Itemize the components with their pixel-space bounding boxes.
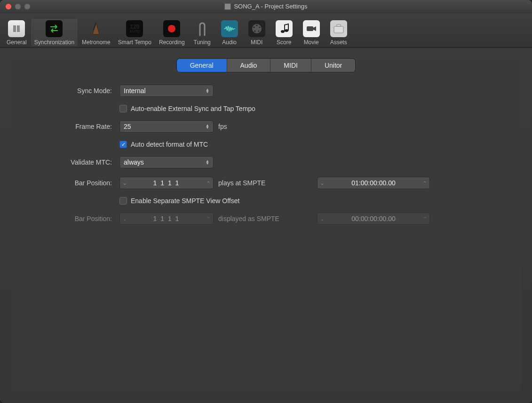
general-icon [8, 20, 25, 37]
svg-rect-1 [17, 25, 20, 32]
sync-mode-label: Sync Mode: [40, 87, 115, 95]
toolbar-label: MIDI [251, 39, 262, 46]
toolbar-item-tuning[interactable]: Tuning [189, 18, 216, 47]
tempo-auto: AUTO [129, 30, 140, 33]
svg-rect-12 [307, 26, 313, 31]
project-settings-window: SONG_A - Project Settings General Synchr… [0, 0, 532, 403]
score-icon [276, 20, 293, 37]
zoom-window-button[interactable] [24, 4, 30, 9]
svg-point-9 [258, 31, 259, 32]
bar-position-2-label: Bar Position: [40, 215, 115, 222]
close-window-button[interactable] [6, 4, 11, 9]
auto-detect-mtc-label: Auto detect format of MTC [131, 141, 208, 148]
bar-position-2-value: 1 1 1 1 [127, 215, 206, 222]
toolbar-item-smart-tempo[interactable]: 120 AUTO Smart Tempo [114, 18, 155, 47]
metronome-icon [87, 20, 104, 37]
toolbar-item-score[interactable]: Score [270, 18, 298, 47]
toolbar-label: Assets [330, 39, 347, 46]
toolbar-item-metronome[interactable]: Metronome [78, 18, 114, 47]
auto-enable-external-sync-checkbox[interactable] [119, 105, 127, 112]
sync-mode-value: Internal [124, 87, 146, 95]
chevron-down-icon: ⌄ [320, 216, 324, 221]
settings-form: Sync Mode: Internal ▲▼ Auto-enable Exter… [11, 82, 521, 228]
svg-point-3 [168, 25, 175, 32]
bar-position-2-suffix: displayed as SMPTE [218, 215, 312, 222]
recording-icon [163, 20, 180, 37]
bar-position-1-label: Bar Position: [40, 179, 115, 187]
smpte-2-value: 00:00:00:00.00 [324, 215, 423, 222]
bar-position-1-suffix: plays at SMPTE [218, 179, 312, 187]
chevron-down-icon[interactable]: ⌄ [123, 181, 127, 186]
svg-point-11 [285, 29, 288, 32]
toolbar: General Synchronization Metronome 120 AU… [0, 13, 532, 48]
frame-rate-value: 25 [124, 123, 131, 130]
validate-mtc-value: always [124, 158, 144, 166]
toolbar-label: Recording [159, 39, 185, 46]
toolbar-item-synchronization[interactable]: Synchronization [31, 18, 78, 47]
chevron-up-icon: ⌃ [206, 216, 210, 221]
auto-detect-mtc-checkbox[interactable]: ✓ [119, 141, 127, 148]
midi-icon [248, 20, 265, 37]
auto-enable-external-sync-label: Auto-enable External Sync and Tap Tempo [131, 105, 255, 112]
toolbar-label: Tuning [194, 39, 211, 46]
toolbar-item-audio[interactable]: Audio [216, 18, 243, 47]
validate-mtc-select[interactable]: always ▲▼ [119, 156, 214, 168]
toolbar-label: Synchronization [34, 39, 74, 46]
toolbar-item-midi[interactable]: MIDI [243, 18, 270, 47]
movie-icon [303, 20, 320, 37]
subtab-audio[interactable]: Audio [227, 59, 271, 72]
minimize-window-button[interactable] [15, 4, 21, 9]
svg-rect-13 [334, 26, 343, 33]
frame-rate-unit: fps [218, 123, 312, 130]
window-controls [0, 4, 30, 9]
dropdown-arrows-icon: ▲▼ [206, 124, 209, 129]
subtab-unitor[interactable]: Unitor [311, 59, 355, 72]
svg-point-5 [256, 25, 257, 26]
toolbar-item-general[interactable]: General [3, 18, 31, 47]
smpte-1-field[interactable]: ⌄ 01:00:00:00.00 ⌃ [317, 177, 430, 189]
toolbar-item-movie[interactable]: Movie [298, 18, 325, 47]
frame-rate-label: Frame Rate: [40, 123, 115, 130]
svg-rect-14 [337, 24, 341, 26]
project-icon [224, 3, 231, 10]
validate-mtc-label: Validate MTC: [40, 158, 115, 166]
bar-position-1-value: 1 1 1 1 [127, 179, 206, 187]
window-title-text: SONG_A - Project Settings [234, 3, 307, 10]
toolbar-label: Score [277, 39, 291, 46]
window-title: SONG_A - Project Settings [0, 3, 532, 10]
svg-point-7 [259, 27, 260, 28]
bar-position-1-field[interactable]: ⌄ 1 1 1 1 ⌃ [119, 177, 214, 189]
chevron-up-icon[interactable]: ⌃ [206, 181, 210, 186]
enable-smpte-offset-checkbox[interactable] [119, 197, 127, 205]
content-area: General Audio MIDI Unitor Sync Mode: Int… [0, 48, 532, 403]
toolbar-item-recording[interactable]: Recording [155, 18, 189, 47]
tuning-icon [194, 20, 211, 37]
frame-rate-select[interactable]: 25 ▲▼ [119, 120, 214, 133]
assets-icon [330, 20, 347, 37]
toolbar-label: Smart Tempo [118, 39, 151, 46]
chevron-up-icon: ⌃ [423, 216, 427, 221]
enable-smpte-offset-label: Enable Separate SMPTE View Offset [131, 197, 239, 205]
dropdown-arrows-icon: ▲▼ [206, 160, 209, 165]
smpte-1-value: 01:00:00:00.00 [324, 179, 423, 187]
toolbar-label: General [7, 39, 27, 46]
chevron-down-icon[interactable]: ⌄ [320, 181, 324, 186]
chevron-up-icon[interactable]: ⌃ [423, 181, 427, 186]
audio-icon [221, 20, 238, 37]
sub-tabs: General Audio MIDI Unitor [11, 59, 521, 72]
svg-point-6 [253, 27, 254, 28]
toolbar-label: Metronome [82, 39, 111, 46]
svg-rect-0 [13, 25, 16, 32]
subtab-midi[interactable]: MIDI [270, 59, 311, 72]
toolbar-label: Audio [222, 39, 237, 46]
settings-panel: General Audio MIDI Unitor Sync Mode: Int… [11, 59, 521, 392]
toolbar-item-assets[interactable]: Assets [325, 18, 352, 47]
toolbar-label: Movie [304, 39, 319, 46]
subtab-general[interactable]: General [177, 59, 227, 72]
smart-tempo-icon: 120 AUTO [126, 20, 143, 37]
sync-mode-select[interactable]: Internal ▲▼ [119, 85, 214, 97]
sync-icon [46, 20, 63, 37]
chevron-down-icon: ⌄ [123, 216, 127, 221]
svg-point-8 [254, 31, 255, 32]
dropdown-arrows-icon: ▲▼ [206, 88, 209, 93]
